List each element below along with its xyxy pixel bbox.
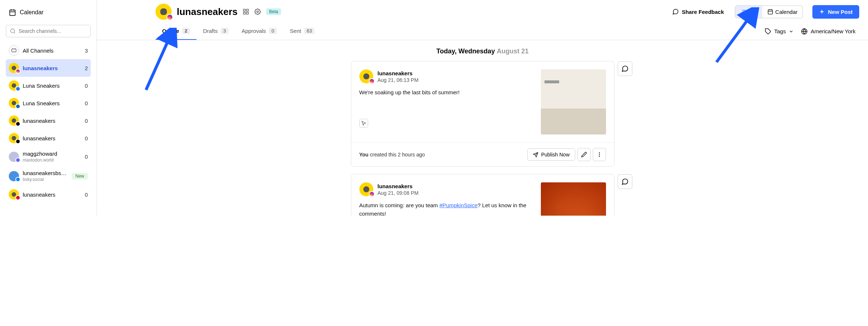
search-icon <box>10 28 16 34</box>
search-input-wrapper[interactable] <box>6 25 91 37</box>
comment-icon <box>621 178 629 185</box>
tab-drafts[interactable]: Drafts 3 <box>197 23 235 40</box>
svg-rect-11 <box>243 12 245 14</box>
channel-avatar <box>9 171 19 181</box>
svg-rect-20 <box>768 10 772 14</box>
all-channels-label: All Channels <box>23 48 81 54</box>
post-author-name: lunasneakers <box>378 70 419 76</box>
instagram-icon <box>15 69 20 74</box>
channel-avatar <box>9 133 19 143</box>
new-badge: New <box>72 173 88 179</box>
calendar-icon <box>9 9 16 16</box>
channel-name: Luna Sneakers <box>23 83 81 89</box>
list-view-button[interactable]: List <box>735 6 762 18</box>
channel-count: 0 <box>85 153 88 160</box>
cursor-indicator <box>359 119 368 128</box>
channel-subtext: mastodon.world <box>23 158 81 163</box>
all-channels-item[interactable]: All Channels 3 <box>6 42 91 59</box>
tab-approvals[interactable]: Approvals 0 <box>235 23 283 40</box>
instagram-icon <box>167 14 173 20</box>
channel-count: 2 <box>85 65 88 71</box>
svg-point-36 <box>599 152 600 153</box>
svg-rect-9 <box>243 9 245 11</box>
tab-queue[interactable]: Queue 2 <box>156 23 197 40</box>
channel-item-instagram[interactable]: lunasneakers 2 <box>6 59 91 77</box>
channel-name: lunasneakers <box>23 135 81 141</box>
grid-icon-button[interactable] <box>243 8 249 15</box>
channel-avatar <box>9 152 19 162</box>
timezone-button[interactable]: America/New York <box>797 24 859 38</box>
channel-name: lunasneakers <box>23 118 81 124</box>
channel-item-threads[interactable]: lunasneakers 0 <box>6 112 91 129</box>
edit-button[interactable] <box>577 148 591 161</box>
settings-icon-button[interactable] <box>254 8 261 15</box>
new-post-button[interactable]: New Post <box>812 5 859 19</box>
svg-rect-12 <box>247 12 248 14</box>
header: lunasneakers Beta Share Feedback List <box>97 0 868 20</box>
channel-count: 0 <box>85 118 88 124</box>
list-icon <box>740 9 746 15</box>
comment-button[interactable] <box>618 61 632 76</box>
post-card[interactable]: lunasneakers Aug 21, 06:13 PM We're soak… <box>351 61 614 167</box>
post-meta: You created this 2 hours ago <box>359 152 425 158</box>
publish-now-button[interactable]: Publish Now <box>527 148 575 161</box>
tags-dropdown[interactable]: Tags <box>761 24 798 38</box>
pinterest-icon <box>15 195 20 200</box>
search-input[interactable] <box>19 28 87 34</box>
channel-count: 0 <box>85 135 88 141</box>
comment-icon <box>621 65 629 72</box>
facebook-icon <box>15 86 20 91</box>
content: Today, Wednesday August 21 lunasneakers <box>97 40 868 216</box>
channel-name: lunasneakersbsky... <box>23 170 68 176</box>
bluesky-icon <box>15 177 20 182</box>
post-author-name: lunasneakers <box>378 183 419 189</box>
date-header: Today, Wednesday August 21 <box>112 48 853 55</box>
channel-item-facebook[interactable]: Luna Sneakers 0 <box>6 77 91 94</box>
channel-item-mastodon[interactable]: maggzhoward mastodon.world 0 <box>6 147 91 166</box>
comment-button[interactable] <box>618 174 632 189</box>
svg-line-5 <box>14 32 15 33</box>
svg-point-38 <box>599 156 600 157</box>
linkedin-icon <box>15 104 20 109</box>
header-avatar <box>156 4 172 20</box>
channel-avatar <box>9 80 19 91</box>
page-title: lunasneakers <box>177 6 237 18</box>
chevron-down-icon <box>789 29 794 34</box>
post-text: Autumn is coming: are you team #PumpkinS… <box>359 201 534 216</box>
more-button[interactable] <box>593 148 606 161</box>
channel-name: maggzhoward <box>23 151 81 157</box>
tab-drafts-count: 3 <box>221 28 228 34</box>
globe-icon <box>801 28 808 35</box>
svg-rect-0 <box>10 10 15 15</box>
share-feedback-button[interactable]: Share Feedback <box>672 8 724 15</box>
tab-queue-count: 2 <box>182 28 190 34</box>
channel-name: lunasneakers <box>23 65 81 71</box>
post-image <box>541 69 606 134</box>
hashtag-link[interactable]: #PumpkinSpice <box>439 202 478 208</box>
channel-avatar <box>9 63 19 73</box>
post-avatar <box>359 69 373 83</box>
channel-item-pinterest[interactable]: lunasneakers 0 <box>6 186 91 203</box>
calendar-link[interactable]: Calendar <box>6 6 91 19</box>
channel-item-tiktok[interactable]: lunasneakers 0 <box>6 129 91 147</box>
mastodon-icon <box>15 158 20 163</box>
channel-item-linkedin[interactable]: Luna Sneakers 0 <box>6 94 91 112</box>
channel-item-bluesky[interactable]: lunasneakersbsky... bsky.social New <box>6 166 91 186</box>
tabs-row: Queue 2 Drafts 3 Approvals 0 Sent 63 Tag… <box>97 23 868 40</box>
post-date: Aug 21, 09:08 PM <box>378 190 419 196</box>
send-icon <box>533 152 538 158</box>
sidebar: Calendar All Channels 3 lunasneakers 2 L… <box>0 0 97 216</box>
view-toggle: List Calendar <box>735 5 803 18</box>
tab-sent[interactable]: Sent 63 <box>283 23 321 40</box>
tiktok-icon <box>15 139 20 144</box>
svg-marker-33 <box>362 121 366 125</box>
post-text: We're soaking up the last bits of summer… <box>359 88 534 97</box>
post-card[interactable]: lunasneakers Aug 21, 09:08 PM Autumn is … <box>351 174 614 216</box>
more-vertical-icon <box>596 152 602 158</box>
svg-point-4 <box>11 29 15 33</box>
calendar-view-button[interactable]: Calendar <box>762 6 803 18</box>
instagram-icon <box>369 191 375 197</box>
tab-approvals-count: 0 <box>269 28 277 34</box>
svg-rect-10 <box>247 9 248 11</box>
channel-avatar <box>9 115 19 126</box>
